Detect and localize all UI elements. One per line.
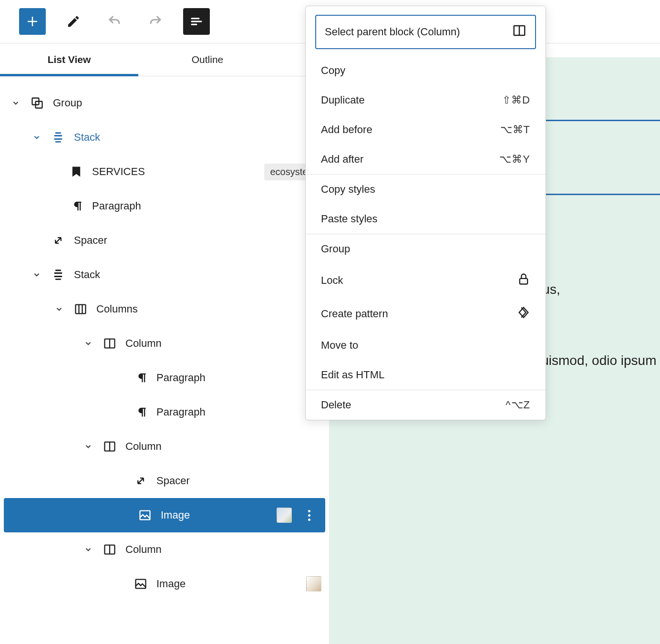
menu-item-label: Copy styles — [321, 183, 375, 196]
menu-add-before[interactable]: Add before⌥⌘T — [306, 115, 546, 145]
more-options-button[interactable] — [300, 510, 318, 521]
menu-shortcut: ⌥⌘Y — [499, 153, 530, 166]
tree-node-image-selected[interactable]: Image — [4, 498, 325, 532]
menu-item-label: Move to — [321, 339, 358, 352]
tree-node-spacer[interactable]: Spacer — [0, 464, 329, 498]
chevron-down-icon[interactable] — [31, 269, 42, 280]
menu-edit-html[interactable]: Edit as HTML — [306, 360, 546, 390]
menu-select-parent[interactable]: Select parent block (Column) — [315, 15, 536, 49]
add-block-button[interactable] — [19, 8, 46, 35]
svg-rect-2 — [76, 305, 86, 314]
tree-label: Columns — [96, 303, 138, 315]
tree-node-heading[interactable]: SERVICES ecosystem — [0, 155, 329, 189]
menu-delete[interactable]: Delete^⌥Z — [306, 390, 546, 420]
tree-node-image[interactable]: Image — [0, 567, 329, 601]
paragraph-icon — [69, 199, 83, 213]
tree-node-columns[interactable]: Columns — [0, 292, 329, 326]
tree-label: Paragraph — [156, 406, 206, 418]
tree-node-column[interactable]: Column — [0, 532, 329, 567]
menu-item-label: Delete — [321, 399, 351, 411]
tree-label: Spacer — [74, 234, 107, 247]
pattern-icon — [517, 306, 530, 322]
tree-label: Group — [53, 97, 82, 109]
spacer-icon — [51, 233, 65, 248]
menu-shortcut: ⌥⌘T — [500, 124, 530, 136]
redo-button[interactable] — [142, 8, 169, 35]
tree-label: Paragraph — [156, 372, 206, 384]
tree-node-stack[interactable]: Stack — [0, 258, 329, 292]
menu-add-after[interactable]: Add after⌥⌘Y — [306, 145, 546, 174]
chevron-down-icon[interactable] — [10, 97, 21, 109]
tree-node-paragraph[interactable]: Paragraph — [0, 395, 329, 429]
tree-label: Column — [125, 543, 162, 556]
svg-rect-9 — [520, 279, 527, 284]
menu-move-to[interactable]: Move to — [306, 331, 546, 360]
stack-icon — [51, 268, 65, 282]
menu-item-label: Select parent block (Column) — [325, 26, 460, 38]
tree-node-stack[interactable]: Stack — [0, 120, 329, 155]
image-thumbnail — [306, 576, 321, 592]
spacer-icon — [134, 474, 148, 488]
paragraph-icon — [134, 371, 148, 385]
tree-node-column[interactable]: Column — [0, 429, 329, 464]
menu-item-label: Edit as HTML — [321, 369, 384, 381]
tree-node-column[interactable]: Column — [0, 326, 329, 361]
block-options-menu: Select parent block (Column) Copy Duplic… — [305, 6, 546, 420]
tree-label: SERVICES — [92, 166, 145, 178]
image-icon — [138, 508, 152, 522]
chevron-down-icon[interactable] — [82, 338, 94, 349]
undo-button[interactable] — [101, 8, 128, 35]
menu-item-label: Paste styles — [321, 213, 378, 225]
menu-item-label: Copy — [321, 64, 345, 77]
group-icon — [30, 96, 44, 110]
menu-create-pattern[interactable]: Create pattern — [306, 297, 546, 331]
chevron-down-icon[interactable] — [82, 544, 94, 555]
tree-label: Stack — [74, 131, 100, 144]
menu-group[interactable]: Group — [306, 234, 546, 264]
tree-node-paragraph[interactable]: Paragraph — [0, 361, 329, 395]
menu-item-label: Add before — [321, 124, 372, 136]
tree-label: Spacer — [156, 475, 190, 487]
menu-copy[interactable]: Copy — [306, 56, 546, 85]
column-icon — [512, 23, 526, 41]
tab-list-view[interactable]: List View — [0, 43, 138, 76]
menu-lock[interactable]: Lock — [306, 264, 546, 297]
columns-icon — [73, 302, 88, 316]
tree-node-group[interactable]: Group — [0, 86, 329, 120]
chevron-down-icon[interactable] — [53, 303, 65, 315]
tree-label: Stack — [74, 269, 100, 281]
paragraph-icon — [134, 405, 148, 419]
edit-button[interactable] — [60, 8, 87, 35]
stack-icon — [51, 130, 65, 145]
column-icon — [103, 336, 117, 351]
menu-item-label: Create pattern — [321, 308, 388, 320]
image-thumbnail — [277, 508, 292, 523]
column-icon — [103, 542, 117, 557]
menu-paste-styles[interactable]: Paste styles — [306, 204, 546, 234]
menu-item-label: Lock — [321, 274, 343, 287]
tree-label: Image — [161, 509, 190, 521]
menu-item-label: Duplicate — [321, 94, 365, 106]
column-icon — [103, 439, 117, 454]
menu-copy-styles[interactable]: Copy styles — [306, 175, 546, 204]
menu-shortcut: ^⌥Z — [505, 399, 530, 411]
lock-icon — [517, 272, 530, 289]
chevron-down-icon[interactable] — [31, 132, 42, 143]
menu-duplicate[interactable]: Duplicate⇧⌘D — [306, 85, 546, 115]
document-overview-button[interactable] — [183, 8, 210, 35]
menu-shortcut: ⇧⌘D — [502, 94, 530, 106]
tree-label: Column — [125, 337, 162, 350]
chevron-down-icon[interactable] — [82, 441, 94, 452]
image-icon — [134, 577, 148, 591]
tree-label: Column — [125, 440, 162, 453]
tree-label: Paragraph — [92, 200, 141, 212]
tab-outline[interactable]: Outline — [138, 43, 277, 76]
menu-item-label: Group — [321, 243, 350, 255]
tree-node-spacer[interactable]: Spacer — [0, 223, 329, 258]
block-list-view: Group Stack SERVICES ecosystem Paragraph… — [0, 76, 329, 620]
menu-item-label: Add after — [321, 153, 363, 166]
bookmark-icon — [69, 165, 83, 179]
tree-node-paragraph[interactable]: Paragraph — [0, 189, 329, 223]
tree-label: Image — [156, 578, 186, 590]
